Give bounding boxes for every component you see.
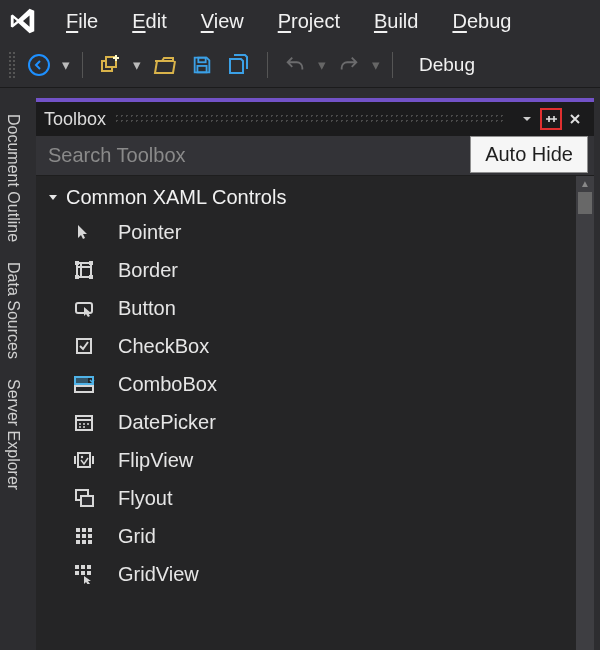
item-label: Pointer: [118, 221, 181, 244]
redo-button[interactable]: [334, 50, 364, 80]
svg-rect-26: [76, 528, 80, 532]
svg-rect-10: [89, 275, 93, 279]
config-combo[interactable]: Debug: [405, 48, 489, 82]
menu-project[interactable]: Project: [270, 6, 348, 37]
toolbox-item-flipview[interactable]: FlipView: [36, 441, 576, 479]
svg-rect-7: [75, 261, 79, 265]
svg-rect-31: [88, 534, 92, 538]
item-label: Button: [118, 297, 176, 320]
flipview-icon: [72, 448, 96, 472]
expand-triangle-icon: [46, 191, 60, 205]
svg-rect-28: [88, 528, 92, 532]
menu-file[interactable]: File: [58, 6, 106, 37]
svg-rect-39: [81, 571, 85, 575]
svg-point-17: [79, 423, 81, 425]
side-tab-data-sources[interactable]: Data Sources: [2, 256, 24, 365]
svg-rect-14: [75, 377, 88, 384]
svg-rect-37: [87, 565, 91, 569]
svg-rect-27: [82, 528, 86, 532]
border-icon: [72, 258, 96, 282]
svg-rect-3: [198, 57, 205, 62]
item-label: CheckBox: [118, 335, 209, 358]
side-tab-strip: Document Outline Data Sources Server Exp…: [0, 88, 26, 650]
grid-icon: [72, 524, 96, 548]
item-label: Border: [118, 259, 178, 282]
svg-point-0: [29, 55, 49, 75]
new-item-button[interactable]: [95, 50, 125, 80]
toolbar-separator: [267, 52, 268, 78]
svg-point-23: [81, 456, 83, 458]
menu-build[interactable]: Build: [366, 6, 426, 37]
toolbar-grip-icon: [8, 51, 16, 79]
item-label: Flyout: [118, 487, 172, 510]
chevron-down-icon[interactable]: ▾: [372, 56, 380, 74]
svg-rect-36: [81, 565, 85, 569]
panel-titlebar: Toolbox: [36, 102, 594, 136]
toolbox-item-datepicker[interactable]: DatePicker: [36, 403, 576, 441]
side-tab-server-explorer[interactable]: Server Explorer: [2, 373, 24, 496]
toolbox-item-gridview[interactable]: GridView: [36, 555, 576, 593]
combobox-icon: [72, 372, 96, 396]
svg-rect-34: [88, 540, 92, 544]
panel-title-label: Toolbox: [44, 109, 106, 130]
toolbox-item-pointer[interactable]: Pointer: [36, 213, 576, 251]
toolbox-item-flyout[interactable]: Flyout: [36, 479, 576, 517]
toolbox-item-checkbox[interactable]: CheckBox: [36, 327, 576, 365]
svg-rect-25: [81, 496, 93, 506]
svg-rect-29: [76, 534, 80, 538]
toolbox-item-combobox[interactable]: ComboBox: [36, 365, 576, 403]
save-all-button[interactable]: [225, 50, 255, 80]
item-label: GridView: [118, 563, 199, 586]
undo-button[interactable]: [280, 50, 310, 80]
svg-rect-32: [76, 540, 80, 544]
item-label: ComboBox: [118, 373, 217, 396]
scroll-thumb[interactable]: [578, 192, 592, 214]
item-label: Grid: [118, 525, 156, 548]
svg-point-19: [87, 423, 89, 425]
toolbar-separator: [82, 52, 83, 78]
button-icon: [72, 296, 96, 320]
svg-rect-4: [197, 65, 206, 71]
close-panel-button[interactable]: [564, 108, 586, 130]
menu-bar: File Edit View Project Build Debug: [0, 0, 600, 42]
chevron-down-icon[interactable]: ▾: [318, 56, 326, 74]
pointer-icon: [72, 220, 96, 244]
open-button[interactable]: [149, 50, 179, 80]
menu-view[interactable]: View: [193, 6, 252, 37]
svg-rect-33: [82, 540, 86, 544]
category-common-xaml-controls[interactable]: Common XAML Controls: [36, 182, 576, 213]
toolbox-item-grid[interactable]: Grid: [36, 517, 576, 555]
panel-dropdown-button[interactable]: [516, 108, 538, 130]
auto-hide-tooltip: Auto Hide: [470, 136, 588, 173]
auto-hide-pin-button[interactable]: [540, 108, 562, 130]
svg-rect-15: [75, 386, 93, 392]
title-grip-icon[interactable]: [114, 113, 506, 125]
menu-debug[interactable]: Debug: [444, 6, 519, 37]
gridview-icon: [72, 562, 96, 586]
scroll-up-icon[interactable]: ▲: [576, 176, 594, 192]
svg-rect-9: [75, 275, 79, 279]
chevron-down-icon[interactable]: ▾: [62, 56, 70, 74]
svg-rect-35: [75, 565, 79, 569]
toolbox-panel: Toolbox Auto Hide ▾: [36, 98, 594, 650]
toolbox-tree: Common XAML Controls Pointer Border Butt…: [36, 176, 576, 650]
datepicker-icon: [72, 410, 96, 434]
item-label: DatePicker: [118, 411, 216, 434]
vs-logo-icon: [6, 4, 40, 38]
menu-edit[interactable]: Edit: [124, 6, 174, 37]
chevron-down-icon[interactable]: ▾: [133, 56, 141, 74]
toolbox-item-button[interactable]: Button: [36, 289, 576, 327]
svg-point-21: [83, 426, 85, 428]
category-label: Common XAML Controls: [66, 186, 286, 209]
save-button[interactable]: [187, 50, 217, 80]
svg-point-20: [79, 426, 81, 428]
checkbox-icon: [72, 334, 96, 358]
item-label: FlipView: [118, 449, 193, 472]
flyout-icon: [72, 486, 96, 510]
svg-point-18: [83, 423, 85, 425]
toolbox-item-border[interactable]: Border: [36, 251, 576, 289]
nav-back-button[interactable]: [24, 50, 54, 80]
toolbox-scrollbar[interactable]: ▲: [576, 176, 594, 650]
svg-rect-8: [89, 261, 93, 265]
side-tab-document-outline[interactable]: Document Outline: [2, 108, 24, 248]
